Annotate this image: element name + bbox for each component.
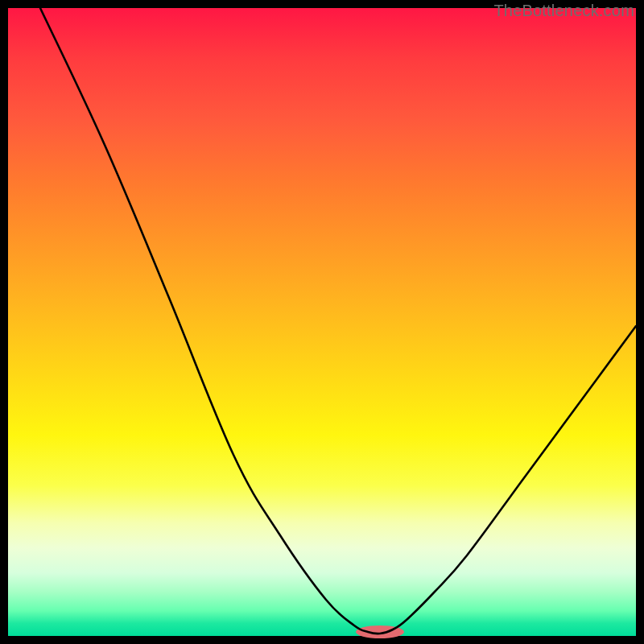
- chart-frame: TheBottleneck.com: [0, 0, 644, 644]
- curve-layer: [8, 8, 636, 636]
- bottleneck-curve: [40, 8, 636, 634]
- plot-area: TheBottleneck.com: [8, 8, 636, 636]
